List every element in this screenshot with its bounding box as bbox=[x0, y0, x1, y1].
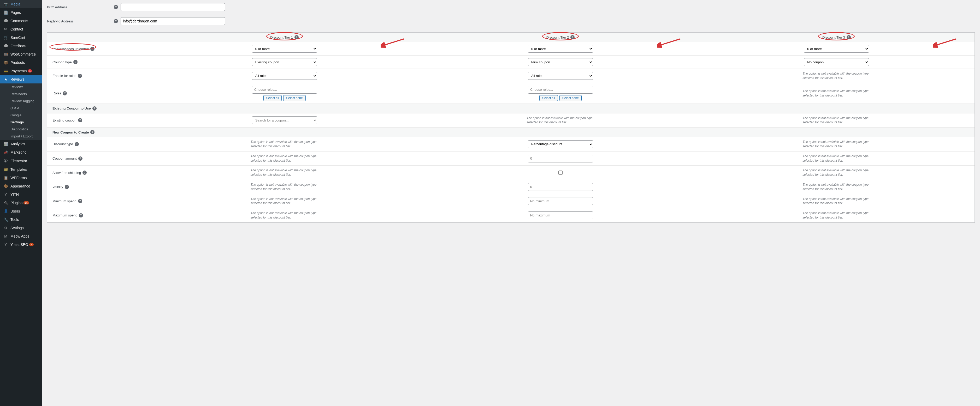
help-icon[interactable]: ? bbox=[73, 60, 78, 64]
help-icon[interactable]: ? bbox=[63, 91, 67, 95]
menu-icon: 📦 bbox=[3, 60, 8, 65]
help-icon[interactable]: ? bbox=[90, 47, 94, 51]
submenu-item-google[interactable]: Google bbox=[0, 112, 42, 119]
menu-item-analytics[interactable]: 📊Analytics bbox=[0, 140, 42, 148]
admin-sidebar: 📷Media📄Pages💬Comments✉Contact🛒SureCart💬F… bbox=[0, 0, 42, 406]
menu-item-appearance[interactable]: 🎨Appearance bbox=[0, 182, 42, 190]
menu-item-meow-apps[interactable]: MMeow Apps bbox=[0, 232, 42, 240]
menu-label: Templates bbox=[10, 167, 27, 171]
menu-label: Settings bbox=[10, 226, 24, 230]
select-all-button[interactable]: Select all bbox=[263, 95, 282, 101]
bcc-input[interactable] bbox=[121, 3, 225, 11]
help-icon[interactable]: ? bbox=[846, 35, 851, 40]
help-icon[interactable]: ? bbox=[570, 35, 574, 40]
discount-type-label: Discount type ? bbox=[47, 137, 146, 151]
menu-item-media[interactable]: 📷Media bbox=[0, 0, 42, 8]
help-icon[interactable]: ? bbox=[92, 106, 97, 111]
help-icon[interactable]: ? bbox=[78, 157, 83, 161]
tier2-enable-roles-select[interactable]: All roles bbox=[528, 72, 593, 80]
menu-icon: ★ bbox=[3, 77, 8, 81]
menu-item-plugins[interactable]: 🔌Plugins15 bbox=[0, 199, 42, 207]
coupon-amount-label: Coupon amount ? bbox=[47, 152, 146, 166]
tier2-coupon-type-select[interactable]: New coupon bbox=[528, 58, 593, 66]
select-none-button[interactable]: Select none bbox=[560, 95, 582, 101]
main-content: BCC Address ? Reply-To Address ? Discoun… bbox=[42, 0, 980, 406]
tier1-roles-multiselect[interactable]: Choose roles... bbox=[252, 86, 317, 94]
na-text: The option is not available with the cou… bbox=[802, 197, 870, 206]
menu-item-yoast-seo[interactable]: YYoast SEO3 bbox=[0, 240, 42, 249]
help-icon[interactable]: ? bbox=[78, 74, 82, 78]
menu-item-templates[interactable]: 📁Templates bbox=[0, 165, 42, 174]
menu-item-pages[interactable]: 📄Pages bbox=[0, 8, 42, 17]
help-icon[interactable]: ? bbox=[114, 5, 118, 9]
roles-label: Roles ? bbox=[47, 83, 146, 103]
tier2-photos-select[interactable]: 0 or more bbox=[528, 45, 593, 53]
menu-item-surecart[interactable]: 🛒SureCart bbox=[0, 33, 42, 42]
menu-item-wpforms[interactable]: 📋WPForms bbox=[0, 174, 42, 182]
tier2-min-spend-input[interactable] bbox=[528, 197, 593, 205]
submenu-item-settings[interactable]: Settings bbox=[0, 119, 42, 126]
menu-item-reviews[interactable]: ★Reviews bbox=[0, 75, 42, 83]
tier2-coupon-amount-input[interactable] bbox=[528, 155, 593, 162]
tier1-photos-select[interactable]: 0 or more bbox=[252, 45, 317, 53]
badge: 1 bbox=[28, 69, 32, 73]
select-all-button[interactable]: Select all bbox=[539, 95, 558, 101]
tier2-max-spend-input[interactable] bbox=[528, 211, 593, 219]
menu-item-feedback[interactable]: 💬Feedback bbox=[0, 42, 42, 50]
na-text: The option is not available with the cou… bbox=[802, 154, 870, 163]
coupon-type-label: Coupon type ? bbox=[47, 56, 146, 68]
menu-item-marketing[interactable]: 📣Marketing bbox=[0, 148, 42, 157]
help-icon[interactable]: ? bbox=[114, 19, 118, 23]
menu-label: Reviews bbox=[10, 77, 24, 81]
submenu-item-reminders[interactable]: Reminders bbox=[0, 90, 42, 98]
submenu-item-reviews[interactable]: Reviews bbox=[0, 83, 42, 90]
menu-item-contact[interactable]: ✉Contact bbox=[0, 25, 42, 33]
menu-item-elementor[interactable]: ⒺElementor bbox=[0, 157, 42, 165]
menu-icon: 🔧 bbox=[3, 217, 8, 222]
help-icon[interactable]: ? bbox=[65, 185, 69, 189]
help-icon[interactable]: ? bbox=[83, 171, 87, 175]
menu-label: Comments bbox=[10, 19, 28, 23]
help-icon[interactable]: ? bbox=[79, 213, 83, 217]
reply-to-input[interactable] bbox=[121, 17, 225, 25]
help-icon[interactable]: ? bbox=[75, 142, 79, 146]
help-icon[interactable]: ? bbox=[294, 35, 299, 40]
tier2-validity-input[interactable] bbox=[528, 183, 593, 191]
menu-icon: Y bbox=[3, 192, 8, 197]
menu-item-comments[interactable]: 💬Comments bbox=[0, 17, 42, 25]
menu-label: WooCommerce bbox=[10, 52, 36, 56]
tier1-enable-roles-select[interactable]: All roles bbox=[252, 72, 317, 80]
menu-icon: Ⓔ bbox=[3, 159, 8, 163]
submenu-item-import-export[interactable]: Import / Export bbox=[0, 133, 42, 140]
menu-item-products[interactable]: 📦Products bbox=[0, 59, 42, 67]
menu-item-payments[interactable]: 💳Payments1 bbox=[0, 67, 42, 75]
existing-coupon-section: Existing Coupon to Use ? bbox=[47, 104, 146, 113]
menu-item-tools[interactable]: 🔧Tools bbox=[0, 216, 42, 224]
menu-icon: Y bbox=[3, 243, 8, 247]
na-text: The option is not available with the cou… bbox=[251, 154, 318, 163]
tier1-coupon-type-select[interactable]: Existing coupon bbox=[252, 58, 317, 66]
select-none-button[interactable]: Select none bbox=[283, 95, 305, 101]
menu-item-woocommerce[interactable]: 🏬WooCommerce bbox=[0, 50, 42, 59]
menu-item-users[interactable]: 👤Users bbox=[0, 207, 42, 216]
tier2-free-shipping-checkbox[interactable] bbox=[558, 171, 563, 175]
tier2-discount-type-select[interactable]: Percentage discount bbox=[528, 140, 593, 148]
tier3-coupon-type-select[interactable]: No coupon bbox=[804, 58, 869, 66]
menu-label: Analytics bbox=[10, 142, 25, 146]
help-icon[interactable]: ? bbox=[78, 199, 82, 203]
submenu-item-review-tagging[interactable]: Review Tagging bbox=[0, 98, 42, 105]
menu-label: Products bbox=[10, 60, 25, 65]
submenu-item-q-a[interactable]: Q & A bbox=[0, 105, 42, 112]
menu-label: Tools bbox=[10, 217, 19, 222]
help-icon[interactable]: ? bbox=[90, 130, 94, 134]
tier1-existing-coupon-select[interactable]: Search for a coupon... bbox=[252, 116, 317, 124]
help-icon[interactable]: ? bbox=[78, 118, 82, 122]
menu-label: Contact bbox=[10, 27, 23, 31]
tier2-roles-multiselect[interactable]: Choose roles... bbox=[528, 86, 593, 94]
submenu-item-diagnostics[interactable]: Diagnostics bbox=[0, 126, 42, 133]
tier3-photos-select[interactable]: 0 or more bbox=[804, 45, 869, 53]
menu-item-settings[interactable]: ⚙Settings bbox=[0, 224, 42, 232]
menu-item-yith[interactable]: YYITH bbox=[0, 190, 42, 199]
menu-icon: 💬 bbox=[3, 44, 8, 48]
na-text: The option is not available with the cou… bbox=[251, 197, 318, 206]
